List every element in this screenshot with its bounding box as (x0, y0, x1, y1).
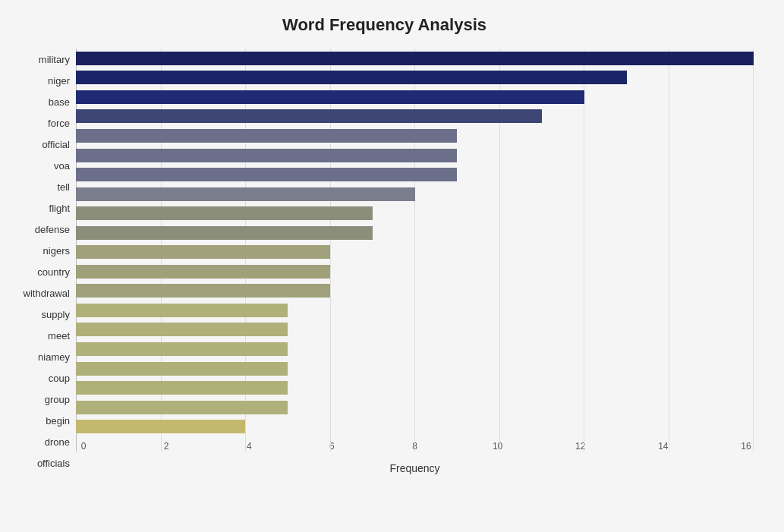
x-axis-labels: 0246810121416 (76, 436, 754, 459)
y-label-nigers: nigers (43, 246, 70, 256)
y-label-base: base (49, 97, 70, 107)
bar-row (76, 225, 754, 241)
chart-container: Word Frequency Analysis militarynigerbas… (0, 0, 784, 532)
y-label-niger: niger (48, 76, 70, 86)
y-label-group: group (45, 395, 70, 405)
bar-row (76, 205, 754, 222)
y-label-withdrawal: withdrawal (24, 288, 70, 298)
bar-row (76, 147, 754, 164)
bar-nigers (76, 226, 373, 240)
bar-coup (76, 342, 288, 356)
y-label-military: military (39, 55, 70, 65)
y-label-supply: supply (41, 310, 70, 320)
bar-row (76, 50, 754, 67)
bar-row (76, 321, 754, 338)
bar-row (76, 244, 754, 260)
y-label-officials: officials (37, 458, 70, 468)
bar-row (76, 360, 754, 377)
bar-meet (76, 304, 288, 317)
y-label-niamey: niamey (38, 352, 70, 362)
y-label-tell: tell (57, 182, 70, 192)
bar-row (76, 108, 754, 124)
x-label: 6 (324, 441, 339, 459)
y-label-force: force (48, 118, 70, 128)
y-axis-labels: militarynigerbaseforceofficialvoatellfli… (15, 49, 76, 474)
x-label: 12 (573, 441, 588, 459)
bars-wrapper (76, 49, 754, 436)
x-label: 4 (241, 441, 257, 459)
bar-row (76, 69, 754, 86)
bar-niamey (76, 323, 288, 336)
bar-row (76, 282, 754, 299)
bar-tell (76, 168, 457, 181)
bar-begin (76, 381, 288, 395)
y-label-official: official (42, 140, 70, 150)
x-label: 2 (159, 441, 174, 459)
bar-row (76, 186, 754, 203)
bar-row (76, 89, 754, 105)
bar-row (76, 263, 754, 280)
y-label-meet: meet (48, 331, 70, 341)
bar-row (76, 379, 754, 396)
y-label-country: country (37, 267, 70, 277)
bar-niger (76, 71, 627, 84)
bar-withdrawal (76, 265, 330, 279)
y-label-voa: voa (54, 161, 70, 171)
bar-supply (76, 284, 330, 297)
bar-row (76, 302, 754, 319)
y-label-coup: coup (49, 373, 70, 383)
x-axis-title: Frequency (76, 462, 754, 474)
x-label: 16 (738, 441, 754, 459)
bar-drone (76, 401, 288, 414)
x-label: 14 (656, 441, 671, 459)
y-label-begin: begin (46, 416, 70, 426)
bar-official (76, 129, 457, 143)
x-label: 8 (408, 441, 423, 459)
bar-row (76, 399, 754, 416)
chart-area: militarynigerbaseforceofficialvoatellfli… (15, 49, 754, 474)
x-label: 0 (76, 441, 91, 459)
y-label-defense: defense (35, 225, 70, 235)
bar-row (76, 166, 754, 183)
y-label-flight: flight (49, 203, 70, 213)
bar-group (76, 362, 288, 376)
bar-military (76, 52, 754, 65)
bar-voa (76, 149, 457, 162)
bars-and-grid: 0246810121416 Frequency (76, 49, 754, 474)
bar-country (76, 245, 330, 259)
bar-row (76, 418, 754, 435)
bar-officials (76, 420, 245, 433)
chart-title: Word Frequency Analysis (15, 15, 754, 35)
bar-base (76, 90, 584, 104)
bar-flight (76, 187, 415, 201)
bar-force (76, 109, 542, 123)
bar-row (76, 127, 754, 144)
bar-defense (76, 206, 373, 220)
bar-row (76, 341, 754, 357)
y-label-drone: drone (45, 437, 70, 447)
x-label: 10 (490, 441, 505, 459)
